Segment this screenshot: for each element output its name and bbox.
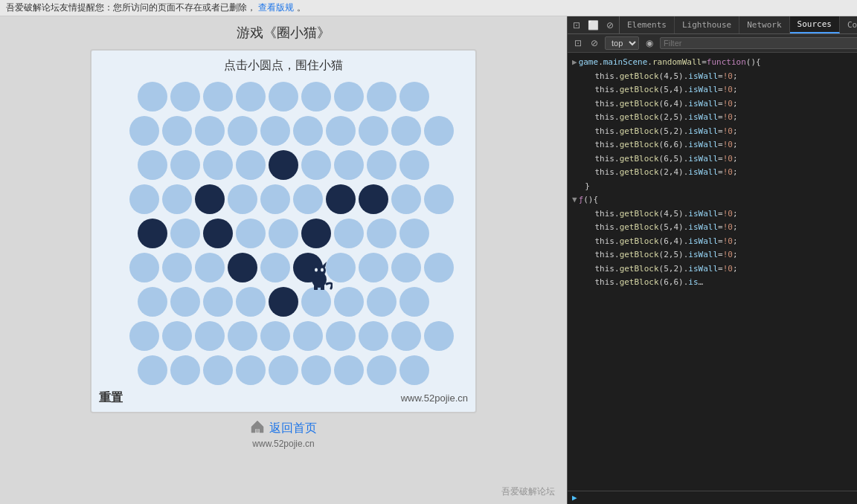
circle-2-3[interactable] <box>236 150 266 180</box>
circle-1-7[interactable] <box>359 116 388 146</box>
back-home-link[interactable]: 返回首页 <box>250 419 317 437</box>
tab-lighthouse[interactable]: Lighthouse <box>675 16 739 33</box>
circle-4-2[interactable] <box>203 219 233 248</box>
circle-7-9[interactable] <box>424 321 454 351</box>
circle-2-4[interactable] <box>269 150 298 180</box>
circle-8-1[interactable] <box>170 355 200 385</box>
circle-1-5[interactable] <box>293 116 323 146</box>
circle-7-7[interactable] <box>359 321 388 351</box>
circle-8-6[interactable] <box>334 355 364 385</box>
circle-2-6[interactable] <box>334 150 364 180</box>
circle-4-0[interactable] <box>138 219 167 248</box>
circle-7-4[interactable] <box>260 321 290 351</box>
circle-6-6[interactable] <box>334 287 364 317</box>
circle-5-4[interactable] <box>260 253 290 282</box>
circle-3-4[interactable] <box>260 184 290 214</box>
circle-4-4[interactable] <box>269 219 298 248</box>
circle-6-2[interactable] <box>203 287 233 317</box>
collapse-arrow[interactable]: ▶ <box>572 56 577 69</box>
circle-7-2[interactable] <box>195 321 225 351</box>
circle-3-6[interactable] <box>326 184 356 214</box>
eye-icon[interactable]: ◉ <box>643 37 655 49</box>
circle-4-3[interactable] <box>236 219 266 248</box>
circle-5-1[interactable] <box>162 253 192 282</box>
circle-6-3[interactable] <box>236 287 266 317</box>
circle-7-1[interactable] <box>162 321 192 351</box>
circle-1-3[interactable] <box>228 116 257 146</box>
circle-1-6[interactable] <box>326 116 356 146</box>
circle-8-5[interactable] <box>301 355 331 385</box>
circle-1-0[interactable] <box>129 116 159 146</box>
circle-1-1[interactable] <box>162 116 192 146</box>
circle-2-7[interactable] <box>367 150 397 180</box>
cursor-icon[interactable]: ⊡ <box>571 19 582 31</box>
device-icon[interactable]: ⬜ <box>585 19 601 31</box>
game-container[interactable]: 点击小圆点，围住小猫 <box>90 49 477 413</box>
tab-network[interactable]: Network <box>739 16 789 33</box>
circle-6-0[interactable] <box>138 287 167 317</box>
circle-4-8[interactable] <box>399 219 429 248</box>
circle-0-5[interactable] <box>301 82 331 112</box>
circle-2-2[interactable] <box>203 150 233 180</box>
reset-button[interactable]: 重置 <box>99 390 123 406</box>
filter-input[interactable] <box>660 37 857 49</box>
circle-6-4[interactable] <box>269 287 298 317</box>
circle-6-1[interactable] <box>170 287 200 317</box>
circle-5-7[interactable] <box>359 253 388 282</box>
circle-1-8[interactable] <box>391 116 421 146</box>
circle-5-8[interactable] <box>391 253 421 282</box>
circle-7-6[interactable] <box>326 321 356 351</box>
circle-8-8[interactable] <box>399 355 429 385</box>
circle-5-2[interactable] <box>195 253 225 282</box>
circle-4-5[interactable] <box>301 219 331 248</box>
circle-0-4[interactable] <box>269 82 298 112</box>
circle-3-1[interactable] <box>162 184 192 214</box>
tab-console[interactable]: Co <box>840 16 857 33</box>
circle-7-5[interactable] <box>293 321 323 351</box>
context-selector[interactable]: top <box>605 36 639 50</box>
circle-0-3[interactable] <box>236 82 266 112</box>
circle-3-3[interactable] <box>228 184 257 214</box>
circle-8-0[interactable] <box>138 355 167 385</box>
circle-5-0[interactable] <box>129 253 159 282</box>
tab-elements[interactable]: Elements <box>620 16 675 33</box>
circle-3-2[interactable] <box>195 184 225 214</box>
circle-3-0[interactable] <box>129 184 159 214</box>
circle-0-1[interactable] <box>170 82 200 112</box>
circle-4-7[interactable] <box>367 219 397 248</box>
circle-3-9[interactable] <box>424 184 454 214</box>
circle-2-5[interactable] <box>301 150 331 180</box>
circle-2-0[interactable] <box>138 150 167 180</box>
expand-icon[interactable]: ⊡ <box>572 37 584 49</box>
circle-8-3[interactable] <box>236 355 266 385</box>
circle-3-5[interactable] <box>293 184 323 214</box>
circle-8-2[interactable] <box>203 355 233 385</box>
circle-7-3[interactable] <box>228 321 257 351</box>
circle-5-3[interactable] <box>228 253 257 282</box>
circle-8-7[interactable] <box>367 355 397 385</box>
circle-0-0[interactable] <box>138 82 167 112</box>
expand-arrow[interactable]: ▼ <box>572 194 577 207</box>
circle-1-2[interactable] <box>195 116 225 146</box>
circle-8-4[interactable] <box>269 355 298 385</box>
circle-3-7[interactable] <box>359 184 388 214</box>
circle-4-6[interactable] <box>334 219 364 248</box>
circle-7-0[interactable] <box>129 321 159 351</box>
circle-2-1[interactable] <box>170 150 200 180</box>
circle-0-7[interactable] <box>367 82 397 112</box>
circle-7-8[interactable] <box>391 321 421 351</box>
circle-6-7[interactable] <box>367 287 397 317</box>
circle-0-6[interactable] <box>334 82 364 112</box>
circle-3-8[interactable] <box>391 184 421 214</box>
circle-4-1[interactable] <box>170 219 200 248</box>
circle-0-2[interactable] <box>203 82 233 112</box>
notice-link[interactable]: 查看版规 <box>258 2 294 13</box>
circle-1-9[interactable] <box>424 116 454 146</box>
circle-6-8[interactable] <box>399 287 429 317</box>
circle-0-8[interactable] <box>399 82 429 112</box>
tab-sources[interactable]: Sources <box>790 16 840 33</box>
back-icon[interactable]: ⊘ <box>588 37 600 49</box>
circle-1-4[interactable] <box>260 116 290 146</box>
block-icon[interactable]: ⊘ <box>604 19 616 31</box>
circle-5-9[interactable] <box>424 253 454 282</box>
